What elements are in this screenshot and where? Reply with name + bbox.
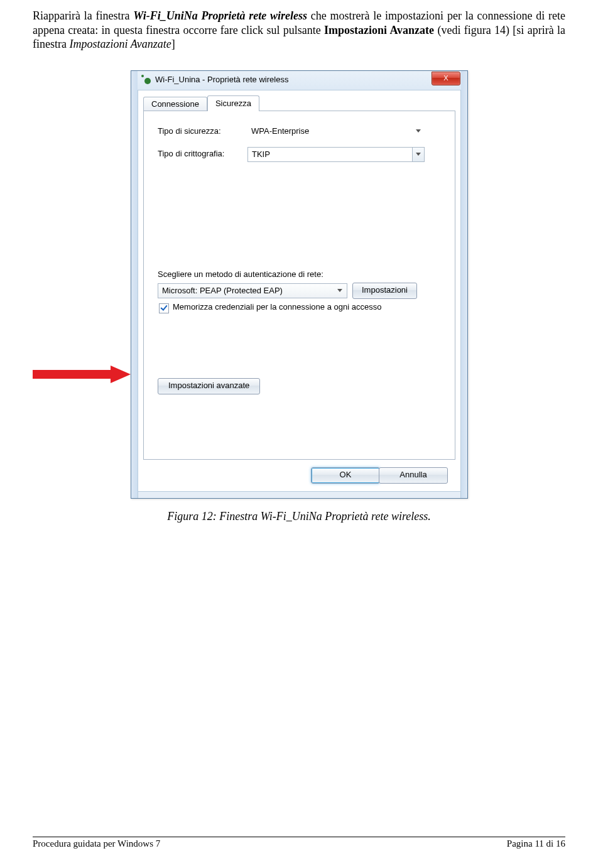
button-label: Annulla <box>399 470 426 479</box>
cancel-button[interactable]: Annulla <box>379 467 448 484</box>
figure-12: Wi-Fi_Unina - Proprietà rete wireless X … <box>33 70 565 523</box>
remember-credentials-checkbox[interactable] <box>159 303 169 313</box>
dropdown-button <box>412 148 424 161</box>
button-label: OK <box>340 470 352 479</box>
tab-label: Connessione <box>151 99 199 109</box>
encryption-type-value: TKIP <box>252 149 411 159</box>
txt: Wi-Fi_UniNa Proprietà rete wireless <box>133 9 307 22</box>
chevron-down-icon <box>416 129 421 133</box>
remember-credentials-label: Memorizza credenziali per la connessione… <box>173 302 399 313</box>
auth-method-dropdown[interactable]: Microsoft: PEAP (Protected EAP) <box>158 283 347 298</box>
txt: Impostazioni Avanzate <box>69 38 171 50</box>
tab-panel-sicurezza: Tipo di sicurezza: WPA-Enterprise Tipo d… <box>143 111 455 460</box>
window-frame-right <box>460 71 467 498</box>
tab-sicurezza[interactable]: Sicurezza <box>207 95 259 111</box>
wifi-properties-dialog: Wi-Fi_Unina - Proprietà rete wireless X … <box>131 70 468 499</box>
arrow-stem <box>33 370 111 379</box>
footer-left-text: Procedura guidata per Windows 7 <box>33 838 160 849</box>
txt: ] <box>171 38 175 50</box>
button-label: Impostazioni <box>362 285 408 295</box>
footer-right-text: Pagina 11 di 16 <box>507 838 565 849</box>
figure-caption: Figura 12: Finestra Wi-Fi_UniNa Propriet… <box>33 510 565 523</box>
auth-settings-button[interactable]: Impostazioni <box>352 283 417 299</box>
intro-paragraph: Riapparirà la finestra Wi-Fi_UniNa Propr… <box>33 9 565 52</box>
tab-label: Sicurezza <box>215 99 251 108</box>
tab-connessione[interactable]: Connessione <box>143 97 207 111</box>
tab-strip: Connessione Sicurezza <box>143 95 259 111</box>
security-type-value: WPA-Enterprise <box>251 126 411 136</box>
titlebar[interactable]: Wi-Fi_Unina - Proprietà rete wireless X <box>138 71 461 90</box>
advanced-settings-button[interactable]: Impostazioni avanzate <box>158 378 260 394</box>
chevron-down-icon <box>337 289 342 292</box>
security-type-dropdown[interactable]: WPA-Enterprise <box>247 124 423 138</box>
arrow-head-icon <box>111 366 131 383</box>
encryption-type-label: Tipo di crittografia: <box>158 149 224 158</box>
wifi-icon <box>141 75 151 85</box>
close-button[interactable]: X <box>432 72 460 85</box>
txt: Riapparirà la finestra <box>33 9 133 22</box>
auth-method-value: Microsoft: PEAP (Protected EAP) <box>162 286 334 295</box>
page-footer: Procedura guidata per Windows 7 Pagina 1… <box>33 837 565 849</box>
close-icon: X <box>443 74 448 82</box>
dialog-body: Connessione Sicurezza Tipo di sicurezza:… <box>138 90 461 492</box>
txt: Impostazioni Avanzate <box>324 24 434 36</box>
encryption-type-dropdown[interactable]: TKIP <box>247 147 425 162</box>
auth-method-caption: Scegliere un metodo di autenticazione di… <box>158 269 323 279</box>
security-type-label: Tipo di sicurezza: <box>158 126 221 136</box>
chevron-down-icon <box>416 153 421 156</box>
button-label: Impostazioni avanzate <box>168 381 249 390</box>
window-title: Wi-Fi_Unina - Proprietà rete wireless <box>155 75 288 84</box>
ok-button[interactable]: OK <box>311 467 380 484</box>
